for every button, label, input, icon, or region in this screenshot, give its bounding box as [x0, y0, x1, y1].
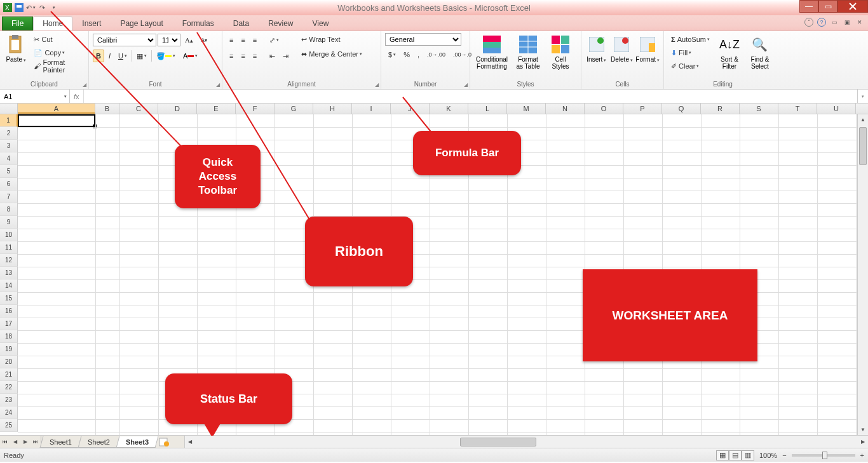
redo-icon[interactable]: ↷ [37, 3, 47, 13]
close-button[interactable] [837, 0, 868, 13]
vertical-scrollbar[interactable]: ▲ ▼ [857, 114, 868, 435]
tab-view[interactable]: View [303, 17, 339, 30]
clipboard-dialog-icon[interactable]: ◢ [83, 82, 86, 88]
h-scroll-thumb[interactable] [460, 438, 536, 446]
row-header-4[interactable]: 4 [0, 152, 18, 165]
row-header-9[interactable]: 9 [0, 216, 18, 229]
column-header-H[interactable]: H [313, 104, 352, 114]
zoom-in-button[interactable]: + [860, 452, 864, 459]
row-header-2[interactable]: 2 [0, 127, 18, 140]
tab-formulas[interactable]: Formulas [173, 17, 224, 30]
scroll-up-icon[interactable]: ▲ [858, 114, 868, 125]
help-icon[interactable]: ? [817, 18, 826, 27]
cell-styles-button[interactable]: Cell Styles [546, 33, 574, 70]
save-icon[interactable] [14, 3, 24, 13]
scroll-left-icon[interactable]: ◀ [185, 439, 196, 445]
merge-center-button[interactable]: ⬌ Merge & Center▾ [298, 48, 365, 60]
row-header-6[interactable]: 6 [0, 178, 18, 191]
find-select-button[interactable]: 🔍Find & Select [746, 33, 774, 70]
increase-indent-button[interactable]: ⇥ [280, 50, 292, 62]
column-header-C[interactable]: C [119, 104, 158, 114]
sheet-tab-sheet1[interactable]: Sheet1 [40, 436, 82, 448]
currency-button[interactable]: $▾ [385, 48, 399, 61]
increase-font-button[interactable]: A▴ [182, 34, 196, 46]
tab-review[interactable]: Review [259, 17, 302, 30]
font-color-button[interactable]: A▾ [180, 50, 201, 62]
maximize-button[interactable]: ▭ [818, 0, 837, 13]
column-header-P[interactable]: P [623, 104, 662, 114]
border-button[interactable]: ▦▾ [133, 50, 150, 62]
name-box-dropdown-icon[interactable]: ▾ [64, 94, 67, 99]
fx-icon[interactable]: fx [74, 93, 79, 100]
zoom-out-button[interactable]: − [782, 452, 786, 459]
column-header-T[interactable]: T [778, 104, 817, 114]
copy-button[interactable]: 📄 Copy▾ [31, 46, 85, 59]
scroll-down-icon[interactable]: ▼ [858, 424, 868, 435]
row-header-12[interactable]: 12 [0, 254, 18, 267]
sheet-next-icon[interactable]: ▶ [20, 439, 31, 445]
row-header-17[interactable]: 17 [0, 318, 18, 330]
column-header-L[interactable]: L [468, 104, 507, 114]
sheet-tab-sheet3[interactable]: Sheet3 [116, 436, 158, 448]
underline-button[interactable]: U▾ [115, 50, 130, 62]
sheet-last-icon[interactable]: ⏭ [31, 439, 41, 445]
normal-view-button[interactable]: ▦ [716, 450, 729, 460]
font-size-select[interactable]: 11 [158, 34, 180, 46]
row-header-14[interactable]: 14 [0, 279, 18, 292]
column-header-O[interactable]: O [585, 104, 623, 114]
name-box[interactable]: A1▾ [0, 90, 70, 103]
restore-ribbon-icon[interactable]: ▣ [843, 18, 851, 27]
column-header-M[interactable]: M [507, 104, 546, 114]
row-header-25[interactable]: 25 [0, 419, 18, 432]
number-format-select[interactable]: General [385, 33, 461, 46]
horizontal-scrollbar[interactable]: ◀ ▶ [184, 436, 868, 448]
row-header-18[interactable]: 18 [0, 330, 18, 343]
tab-file[interactable]: File [2, 17, 33, 30]
column-header-E[interactable]: E [197, 104, 236, 114]
row-header-7[interactable]: 7 [0, 191, 18, 203]
font-name-select[interactable]: Calibri [93, 34, 156, 46]
column-header-G[interactable]: G [275, 104, 313, 114]
scroll-right-icon[interactable]: ▶ [857, 439, 868, 445]
column-header-R[interactable]: R [701, 104, 740, 114]
sort-filter-button[interactable]: A↓ZSort & Filter [715, 33, 743, 70]
column-header-B[interactable]: B [95, 104, 119, 114]
page-layout-view-button[interactable]: ▤ [729, 450, 742, 460]
column-header-N[interactable]: N [546, 104, 585, 114]
align-right-button[interactable]: ≡ [250, 50, 260, 62]
row-header-19[interactable]: 19 [0, 343, 18, 356]
sheet-first-icon[interactable]: ⏮ [0, 439, 10, 445]
align-bottom-button[interactable]: ≡ [250, 34, 260, 46]
tab-page-layout[interactable]: Page Layout [111, 17, 172, 30]
align-left-button[interactable]: ≡ [226, 50, 236, 62]
undo-icon[interactable]: ↶▾ [25, 3, 36, 13]
minimize-button[interactable]: — [799, 0, 818, 13]
page-break-view-button[interactable]: ▥ [742, 450, 754, 460]
row-header-8[interactable]: 8 [0, 203, 18, 216]
column-header-D[interactable]: D [158, 104, 197, 114]
column-header-K[interactable]: K [430, 104, 468, 114]
fill-button[interactable]: ⬇ Fill▾ [668, 46, 713, 59]
column-header-S[interactable]: S [740, 104, 778, 114]
delete-cells-button[interactable]: Delete▾ [611, 33, 634, 63]
percent-button[interactable]: % [400, 48, 413, 61]
clear-button[interactable]: ✐ Clear▾ [668, 60, 713, 72]
row-header-11[interactable]: 11 [0, 241, 18, 254]
row-header-16[interactable]: 16 [0, 305, 18, 318]
row-header-13[interactable]: 13 [0, 267, 18, 279]
new-sheet-button[interactable] [156, 436, 172, 448]
align-center-button[interactable]: ≡ [238, 50, 248, 62]
zoom-level[interactable]: 100% [759, 452, 777, 459]
row-header-23[interactable]: 23 [0, 394, 18, 406]
row-header-22[interactable]: 22 [0, 381, 18, 394]
select-all-corner[interactable] [0, 104, 18, 114]
wrap-text-button[interactable]: ↩ Wrap Text [298, 33, 365, 46]
row-header-10[interactable]: 10 [0, 229, 18, 241]
window-options-icon[interactable]: ▭ [830, 18, 839, 27]
format-as-table-button[interactable]: Format as Table [512, 33, 544, 70]
column-header-U[interactable]: U [817, 104, 856, 114]
row-header-21[interactable]: 21 [0, 368, 18, 381]
comma-button[interactable]: , [414, 48, 423, 61]
italic-button[interactable]: I [105, 50, 114, 62]
orientation-button[interactable]: ⤢▾ [266, 34, 282, 46]
